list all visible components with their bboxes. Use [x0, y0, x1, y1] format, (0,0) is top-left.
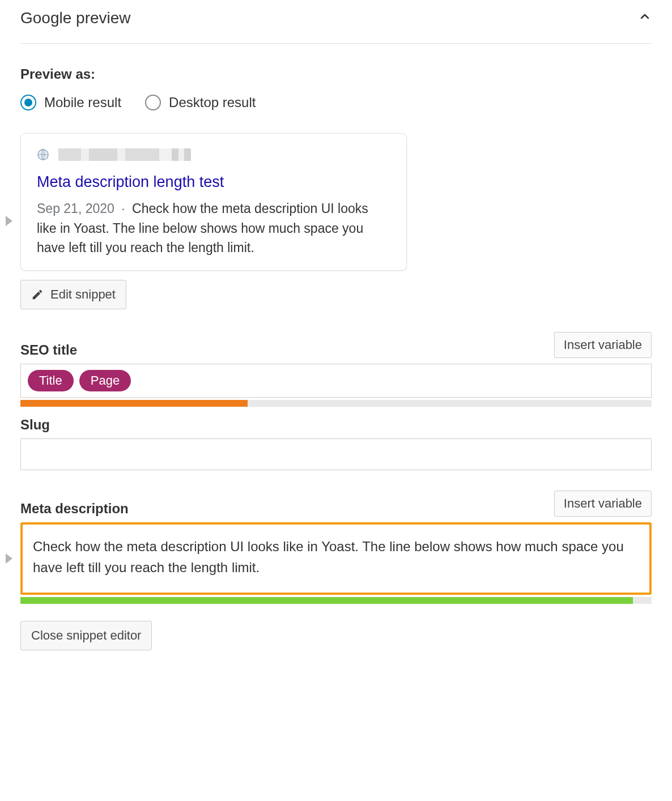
pencil-icon	[31, 288, 44, 301]
close-snippet-editor-label: Close snippet editor	[31, 628, 141, 643]
caret-right-icon	[6, 216, 12, 226]
seo-title-label: SEO title	[20, 342, 77, 358]
preview-title: Meta description length test	[37, 173, 390, 191]
chevron-up-icon[interactable]	[638, 10, 652, 27]
radio-mobile-result[interactable]: Mobile result	[20, 95, 121, 110]
meta-description-label: Meta description	[20, 501, 129, 517]
meta-description-insert-variable-button[interactable]: Insert variable	[554, 491, 652, 517]
variable-pill-title[interactable]: Title	[28, 370, 74, 391]
caret-right-icon	[6, 553, 12, 564]
seo-title-progress-fill	[20, 400, 248, 407]
radio-circle-selected-icon	[20, 95, 36, 110]
snippet-editor: SEO title Insert variable Title Page Slu…	[20, 332, 652, 650]
slug-label: Slug	[20, 417, 50, 433]
preview-sep: ·	[121, 201, 125, 216]
google-preview-header[interactable]: Google preview	[20, 9, 652, 44]
variable-pill-page[interactable]: Page	[79, 370, 131, 391]
radio-label: Desktop result	[169, 95, 256, 110]
meta-description-field: Meta description Insert variable Check h…	[20, 491, 652, 604]
radio-label: Mobile result	[44, 95, 121, 110]
meta-description-progress	[20, 597, 652, 604]
preview-date: Sep 21, 2020	[37, 201, 114, 216]
preview-as-block: Preview as: Mobile result Desktop result	[20, 66, 652, 110]
section-title: Google preview	[20, 9, 131, 27]
meta-description-input[interactable]: Check how the meta description UI looks …	[20, 522, 652, 595]
globe-icon	[37, 148, 49, 161]
insert-variable-label: Insert variable	[564, 496, 642, 511]
preview-description: Sep 21, 2020 · Check how the meta descri…	[37, 199, 390, 258]
close-snippet-editor-button[interactable]: Close snippet editor	[20, 621, 152, 650]
seo-title-input[interactable]: Title Page	[20, 364, 652, 398]
slug-input[interactable]	[20, 438, 652, 470]
preview-url-row	[37, 148, 390, 161]
seo-title-insert-variable-button[interactable]: Insert variable	[554, 332, 652, 358]
blurred-url	[58, 148, 191, 161]
snippet-preview-card[interactable]: Meta description length test Sep 21, 202…	[20, 133, 407, 271]
preview-as-label: Preview as:	[20, 66, 652, 82]
edit-snippet-button[interactable]: Edit snippet	[20, 280, 126, 309]
radio-desktop-result[interactable]: Desktop result	[145, 95, 256, 110]
meta-description-progress-fill	[20, 597, 633, 604]
meta-description-value: Check how the meta description UI looks …	[33, 539, 624, 575]
slug-field: Slug	[20, 417, 652, 470]
insert-variable-label: Insert variable	[564, 338, 642, 352]
preview-as-radio-group: Mobile result Desktop result	[20, 95, 652, 110]
seo-title-progress	[20, 400, 652, 407]
seo-title-field: SEO title Insert variable Title Page	[20, 332, 652, 407]
radio-circle-icon	[145, 95, 161, 110]
edit-snippet-label: Edit snippet	[50, 287, 116, 302]
